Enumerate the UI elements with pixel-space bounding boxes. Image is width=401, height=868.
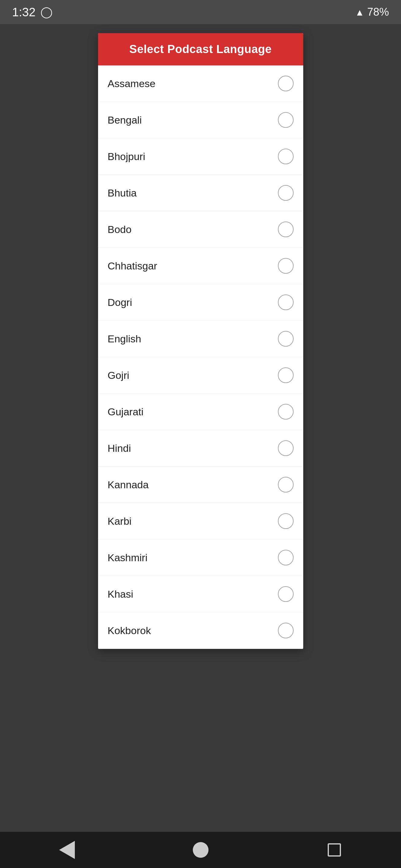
modal-wrapper: Select Podcast Language AssameseBengaliB… [0,24,401,832]
language-label-kokborok: Kokborok [108,625,151,637]
nav-recent-button[interactable] [319,838,349,862]
radio-chhatisgar[interactable] [278,258,294,274]
battery-percentage: 78% [367,6,389,19]
radio-hindi[interactable] [278,440,294,456]
back-icon [59,841,75,859]
recent-icon [328,843,341,857]
modal-header: Select Podcast Language [98,33,303,65]
radio-gojri[interactable] [278,367,294,383]
language-item-gojri[interactable]: Gojri [98,357,303,394]
language-selection-modal: Select Podcast Language AssameseBengaliB… [98,33,303,649]
language-label-khasi: Khasi [108,588,133,600]
nav-bar [0,832,401,868]
radio-dogri[interactable] [278,294,294,310]
radio-gujarati[interactable] [278,404,294,420]
radio-kannada[interactable] [278,477,294,493]
language-item-assamese[interactable]: Assamese [98,65,303,102]
language-item-khasi[interactable]: Khasi [98,576,303,613]
radio-bhutia[interactable] [278,185,294,201]
nav-home-button[interactable] [185,838,216,862]
language-item-bhutia[interactable]: Bhutia [98,175,303,211]
status-bar: 1:32 ◯ ▴ 78% [0,0,401,24]
language-label-bhutia: Bhutia [108,187,137,199]
radio-karbi[interactable] [278,513,294,529]
radio-assamese[interactable] [278,76,294,91]
radio-bhojpuri[interactable] [278,149,294,164]
language-label-kashmiri: Kashmiri [108,552,147,564]
language-item-kokborok[interactable]: Kokborok [98,613,303,649]
radio-bengali[interactable] [278,112,294,128]
language-item-hindi[interactable]: Hindi [98,430,303,467]
status-left: 1:32 ◯ [12,5,53,19]
language-label-kannada: Kannada [108,479,149,491]
language-label-bhojpuri: Bhojpuri [108,151,145,162]
modal-title: Select Podcast Language [130,43,272,56]
status-time: 1:32 [12,5,36,19]
language-item-chhatisgar[interactable]: Chhatisgar [98,248,303,284]
status-icon: ◯ [40,6,53,19]
language-item-dogri[interactable]: Dogri [98,284,303,321]
radio-kokborok[interactable] [278,623,294,638]
language-label-gojri: Gojri [108,370,130,381]
language-label-bodo: Bodo [108,224,132,236]
language-item-bodo[interactable]: Bodo [98,211,303,248]
language-label-chhatisgar: Chhatisgar [108,260,157,272]
language-item-kashmiri[interactable]: Kashmiri [98,539,303,576]
language-label-gujarati: Gujarati [108,406,144,418]
status-right: ▴ 78% [357,6,389,19]
language-label-dogri: Dogri [108,297,132,308]
radio-khasi[interactable] [278,586,294,602]
language-label-karbi: Karbi [108,516,132,527]
language-list[interactable]: AssameseBengaliBhojpuriBhutiaBodoChhatis… [98,65,303,649]
language-item-english[interactable]: English [98,321,303,357]
home-icon [193,842,208,858]
language-item-gujarati[interactable]: Gujarati [98,394,303,430]
nav-back-button[interactable] [52,838,82,862]
radio-bodo[interactable] [278,221,294,237]
language-item-karbi[interactable]: Karbi [98,503,303,539]
wifi-icon: ▴ [357,6,362,19]
language-label-hindi: Hindi [108,442,131,454]
language-item-bengali[interactable]: Bengali [98,102,303,138]
language-label-english: English [108,333,142,345]
language-label-bengali: Bengali [108,114,142,126]
language-label-assamese: Assamese [108,78,156,90]
radio-english[interactable] [278,331,294,347]
radio-kashmiri[interactable] [278,550,294,565]
language-item-bhojpuri[interactable]: Bhojpuri [98,138,303,175]
language-item-kannada[interactable]: Kannada [98,467,303,503]
